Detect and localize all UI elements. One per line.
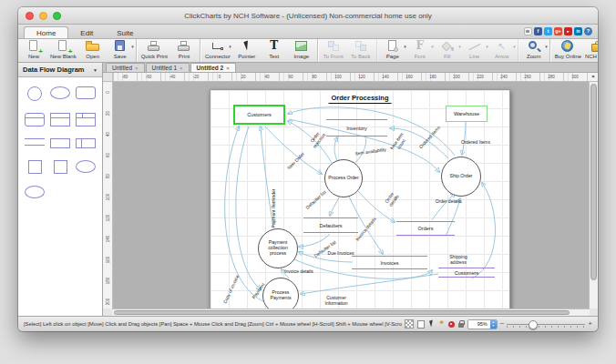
process-order-node[interactable]: Process Order bbox=[324, 159, 363, 197]
canvas-viewport[interactable]: Order Processing CustomersWarehouse Proc… bbox=[113, 82, 589, 308]
zoom-in-button[interactable]: + bbox=[588, 320, 592, 328]
shape-open-lines[interactable] bbox=[25, 138, 45, 146]
close-icon[interactable]: × bbox=[589, 73, 598, 81]
linkedin-icon[interactable]: in bbox=[574, 27, 582, 35]
minimize-window-button[interactable] bbox=[39, 12, 47, 20]
checkerboard-icon[interactable] bbox=[405, 319, 414, 329]
quick-print-button[interactable]: ▾ Quick Print bbox=[139, 39, 170, 62]
zoom-slider-knob[interactable] bbox=[529, 320, 538, 329]
shape-square-2[interactable] bbox=[54, 160, 67, 174]
zoom-out-button[interactable]: − bbox=[500, 320, 505, 328]
shape-rounded-band-rect[interactable] bbox=[25, 113, 45, 126]
payment-reminder-label[interactable]: Payment Reminder bbox=[272, 189, 277, 228]
line-button[interactable]: ▾ Line bbox=[461, 39, 488, 62]
font-button[interactable]: ▾ Font bbox=[406, 39, 434, 62]
orders-store[interactable]: Orders bbox=[396, 221, 455, 236]
order-details-label[interactable]: Order details bbox=[436, 199, 462, 205]
status-bar: [Select] Left click on object [Move] Cli… bbox=[18, 316, 598, 331]
shape-rect[interactable] bbox=[50, 138, 70, 148]
page-options-icon[interactable] bbox=[417, 320, 425, 329]
close-window-button[interactable] bbox=[26, 12, 34, 20]
horizontal-ruler: -80-60-40-200204060801001201401601802002… bbox=[113, 73, 589, 81]
shape-corner-rect[interactable] bbox=[76, 113, 96, 126]
print-button[interactable]: ▾ Print bbox=[170, 39, 200, 62]
invoices-store[interactable]: Invoices bbox=[352, 256, 427, 269]
ribbon-tab-bar: HomeEditSuite ftg+►in? bbox=[18, 25, 598, 39]
thumbs-up-icon[interactable] bbox=[524, 27, 532, 35]
tab-home[interactable]: Home bbox=[24, 26, 68, 38]
zoom-stepper-icon[interactable]: ▲▼ bbox=[490, 320, 497, 329]
new-blank-button[interactable]: ▾ New Blank bbox=[47, 39, 79, 62]
zoom-slider[interactable] bbox=[507, 319, 585, 329]
zoom-button[interactable]: ▾ Zoom bbox=[520, 39, 550, 62]
diagram-type-dropdown[interactable]: Data Flow Diagram ▼ bbox=[18, 63, 102, 77]
close-tab-icon[interactable]: × bbox=[180, 66, 183, 71]
connector-button[interactable]: ▾ Connector bbox=[202, 39, 233, 62]
maximize-window-button[interactable] bbox=[53, 12, 61, 20]
customers-store[interactable]: Customers bbox=[438, 268, 495, 278]
arrow-button[interactable]: ▾ Arrow bbox=[488, 39, 518, 62]
dropdown-arrow-icon: ▾ bbox=[545, 44, 548, 49]
twitter-icon[interactable]: t bbox=[544, 27, 552, 35]
shape-ellipse-3[interactable] bbox=[25, 186, 45, 198]
diagram-title[interactable]: Order Processing bbox=[329, 94, 392, 104]
cursor-icon[interactable] bbox=[428, 320, 436, 328]
save-icon bbox=[111, 40, 129, 53]
vertical-scrollbar-thumb[interactable] bbox=[590, 84, 597, 280]
open-folder-icon bbox=[84, 40, 102, 53]
shape-divided-rect[interactable] bbox=[76, 138, 96, 148]
horizontal-scrollbar[interactable] bbox=[112, 308, 590, 316]
payment-collection-node[interactable]: Payment collection process bbox=[258, 228, 298, 268]
shape-circle[interactable] bbox=[27, 86, 42, 101]
defaulters-store[interactable]: Defaulters bbox=[303, 217, 358, 233]
close-tab-icon[interactable]: × bbox=[135, 66, 139, 71]
customer-information-label[interactable]: Customer Information bbox=[324, 296, 347, 306]
close-tab-icon[interactable]: × bbox=[226, 66, 230, 71]
googleplus-icon[interactable]: g+ bbox=[554, 27, 562, 35]
lock-icon[interactable] bbox=[457, 320, 465, 328]
fill-button[interactable]: ▾ Fill bbox=[434, 39, 461, 62]
shape-ellipse-2[interactable] bbox=[76, 160, 96, 173]
shape-band-rect[interactable] bbox=[50, 113, 70, 126]
toolbar: ▾ New ▾ New Blank ▾ Open bbox=[18, 39, 598, 63]
open-button[interactable]: ▾ Open bbox=[79, 39, 107, 62]
inventory-store[interactable]: Inventory bbox=[326, 119, 387, 136]
doc-tab-untitled[interactable]: Untitled × bbox=[106, 63, 145, 72]
zoom-level-select[interactable]: 95% ▲▼ bbox=[467, 319, 498, 329]
doc-tab-untitled-2[interactable]: Untitled 2 × bbox=[190, 63, 236, 72]
process-payments-node[interactable]: Process Payments bbox=[262, 278, 299, 308]
vertical-scrollbar[interactable] bbox=[589, 82, 598, 308]
status-hints: [Select] Left click on object [Move] Cli… bbox=[24, 321, 402, 327]
doc-tab-untitled-1[interactable]: Untitled 1 × bbox=[146, 63, 190, 72]
shape-rounded-rect[interactable] bbox=[76, 86, 96, 99]
new-button[interactable]: ▾ New bbox=[20, 39, 47, 62]
nch-suite-button[interactable]: NCH Suite bbox=[584, 39, 598, 62]
page-button[interactable]: ▾ Page bbox=[379, 39, 406, 62]
invoice-details-label[interactable]: Invoice details bbox=[284, 269, 313, 275]
ordered-items-label[interactable]: Ordered Items bbox=[461, 140, 490, 146]
to-front-button[interactable]: ▾ To Front bbox=[320, 39, 347, 62]
tab-suite[interactable]: Suite bbox=[105, 27, 145, 38]
connector-icon bbox=[209, 40, 227, 53]
buy-online-button[interactable]: ▾ Buy Online bbox=[552, 39, 584, 62]
save-button[interactable]: ▾ Save bbox=[107, 39, 137, 62]
horizontal-scrollbar-thumb[interactable] bbox=[114, 310, 570, 315]
badge-icon[interactable] bbox=[448, 321, 455, 328]
facebook-icon[interactable]: f bbox=[534, 27, 542, 35]
help-icon[interactable]: ? bbox=[584, 27, 592, 35]
tab-edit[interactable]: Edit bbox=[68, 27, 105, 38]
youtube-icon[interactable]: ► bbox=[564, 27, 572, 35]
chevron-down-icon: ▼ bbox=[93, 67, 98, 73]
due-invoices-label[interactable]: Due Invoices bbox=[328, 251, 354, 257]
shape-ellipse[interactable] bbox=[50, 86, 70, 99]
image-button[interactable]: ▾ Image bbox=[288, 39, 318, 62]
star-icon[interactable]: * bbox=[438, 320, 446, 328]
shipping-address-label[interactable]: Shipping address bbox=[449, 255, 467, 265]
customers-entity[interactable]: Customers bbox=[233, 105, 285, 125]
pointer-button[interactable]: ▾ Pointer bbox=[233, 39, 261, 62]
ship-order-node[interactable]: Ship Order bbox=[441, 157, 481, 197]
text-button[interactable]: ▾ Text bbox=[261, 39, 288, 62]
shape-square[interactable] bbox=[28, 160, 42, 174]
to-back-button[interactable]: ▾ To Back bbox=[347, 39, 377, 62]
warehouse-entity[interactable]: Warehouse bbox=[446, 106, 488, 122]
